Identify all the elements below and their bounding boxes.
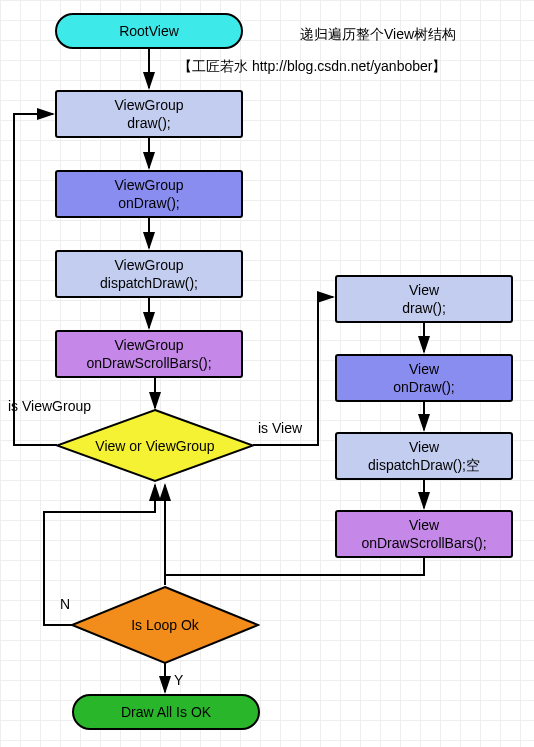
label-is-viewgroup: is ViewGroup xyxy=(8,398,91,414)
decision-view-or-viewgroup: View or ViewGroup xyxy=(55,408,255,483)
node-vg-dispatch: ViewGroup dispatchDraw(); xyxy=(55,250,243,298)
node-v-ondraw: View onDraw(); xyxy=(335,354,513,402)
label-y: Y xyxy=(174,672,183,688)
node-v-scroll: View onDrawScrollBars(); xyxy=(335,510,513,558)
node-v-draw: View draw(); xyxy=(335,275,513,323)
decision2-label: Is Loop Ok xyxy=(131,617,199,633)
node-vg-scroll: ViewGroup onDrawScrollBars(); xyxy=(55,330,243,378)
label-is-view: is View xyxy=(258,420,302,436)
title-main: 递归遍历整个View树结构 xyxy=(300,26,456,44)
node-vg-ondraw: ViewGroup onDraw(); xyxy=(55,170,243,218)
label-n: N xyxy=(60,596,70,612)
node-final: Draw All Is OK xyxy=(72,694,260,730)
node-v-dispatch: View dispatchDraw();空 xyxy=(335,432,513,480)
title-sub: 【工匠若水 http://blog.csdn.net/yanbober】 xyxy=(178,58,446,76)
flowchart-canvas: 递归遍历整个View树结构 【工匠若水 http://blog.csdn.net… xyxy=(0,0,534,747)
node-rootview: RootView xyxy=(55,13,243,49)
node-vg-draw: ViewGroup draw(); xyxy=(55,90,243,138)
decision-is-loop-ok: Is Loop Ok xyxy=(70,585,260,665)
decision1-label: View or ViewGroup xyxy=(95,438,214,454)
